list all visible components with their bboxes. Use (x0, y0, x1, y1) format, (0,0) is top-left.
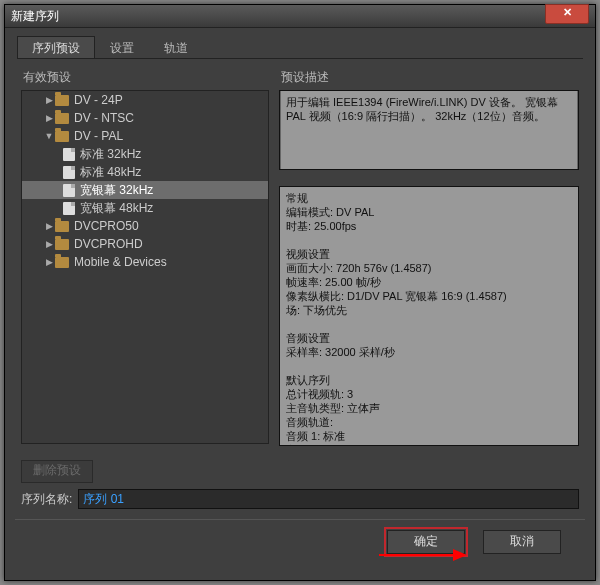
folder-icon (55, 239, 69, 250)
disclosure-icon: ▶ (44, 95, 54, 105)
folder-node[interactable]: ▶Mobile & Devices (22, 253, 268, 271)
folder-icon (55, 257, 69, 268)
tab-settings[interactable]: 设置 (95, 36, 149, 58)
preset-node[interactable]: 宽银幕 48kHz (22, 199, 268, 217)
folder-node[interactable]: ▶DVCPRO50 (22, 217, 268, 235)
folder-icon (55, 221, 69, 232)
spec-text: 常规 编辑模式: DV PAL 时基: 25.00fps 视频设置 画面大小: … (279, 186, 579, 446)
node-label: DVCPROHD (74, 237, 143, 251)
tab-bar: 序列预设 设置 轨道 (17, 36, 583, 59)
preset-node[interactable]: 标准 32kHz (22, 145, 268, 163)
tab-tracks[interactable]: 轨道 (149, 36, 203, 58)
disclosure-icon: ▼ (44, 131, 54, 141)
node-label: DV - PAL (74, 129, 123, 143)
presets-heading: 有效预设 (23, 69, 269, 86)
preset-tree[interactable]: ▶DV - 24P▶DV - NTSC▼DV - PAL标准 32kHz标准 4… (21, 90, 269, 444)
node-label: 宽银幕 48kHz (80, 200, 153, 217)
node-label: DV - 24P (74, 93, 123, 107)
node-label: 宽银幕 32kHz (80, 182, 153, 199)
close-icon[interactable]: ✕ (545, 4, 589, 24)
delete-preset-button: 删除预设 (21, 460, 93, 483)
sequence-name-input[interactable] (78, 489, 579, 509)
folder-node[interactable]: ▶DVCPROHD (22, 235, 268, 253)
preset-icon (63, 148, 75, 161)
preset-node[interactable]: 标准 48kHz (22, 163, 268, 181)
folder-node[interactable]: ▶DV - 24P (22, 91, 268, 109)
description-text: 用于编辑 IEEE1394 (FireWire/i.LINK) DV 设备。 宽… (279, 90, 579, 170)
node-label: 标准 32kHz (80, 146, 141, 163)
folder-icon (55, 131, 69, 142)
node-label: DV - NTSC (74, 111, 134, 125)
cancel-button[interactable]: 取消 (483, 530, 561, 554)
preset-icon (63, 166, 75, 179)
folder-node[interactable]: ▶DV - NTSC (22, 109, 268, 127)
description-heading: 预设描述 (281, 69, 579, 86)
disclosure-icon: ▶ (44, 221, 54, 231)
preset-node[interactable]: 宽银幕 32kHz (22, 181, 268, 199)
window-title: 新建序列 (11, 8, 545, 25)
disclosure-icon: ▶ (44, 257, 54, 267)
node-label: DVCPRO50 (74, 219, 139, 233)
preset-icon (63, 184, 75, 197)
node-label: Mobile & Devices (74, 255, 167, 269)
disclosure-icon: ▶ (44, 113, 54, 123)
ok-button[interactable]: 确定 (387, 530, 465, 554)
folder-icon (55, 95, 69, 106)
tab-presets[interactable]: 序列预设 (17, 36, 95, 58)
sequence-name-label: 序列名称: (21, 491, 72, 508)
node-label: 标准 48kHz (80, 164, 141, 181)
preset-icon (63, 202, 75, 215)
folder-node[interactable]: ▼DV - PAL (22, 127, 268, 145)
disclosure-icon: ▶ (44, 239, 54, 249)
folder-icon (55, 113, 69, 124)
